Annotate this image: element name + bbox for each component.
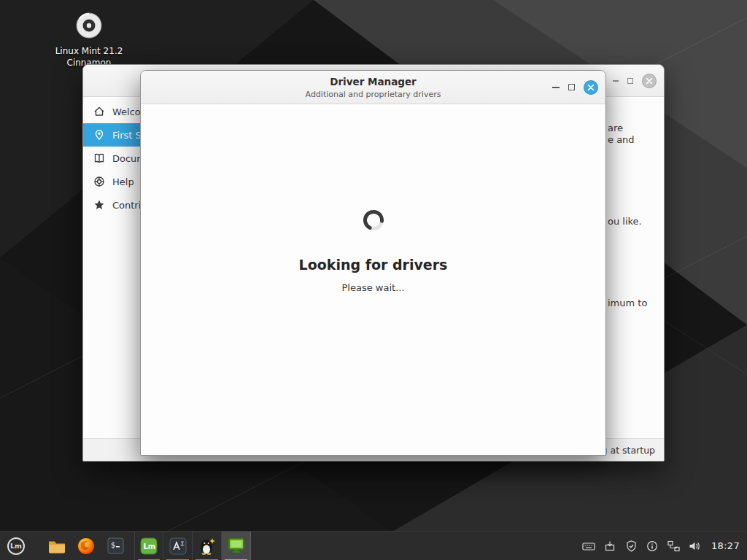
content-text-fragment: e and	[608, 134, 635, 146]
minimize-button[interactable]	[613, 80, 619, 82]
window-subtitle: Additional and proprietary drivers	[199, 90, 547, 99]
software-update-icon[interactable]	[603, 539, 617, 553]
files-launcher[interactable]	[42, 532, 71, 560]
firefox-icon	[77, 537, 95, 555]
close-icon	[587, 84, 595, 91]
window-title: Driver Manager	[199, 76, 547, 88]
character-map-icon	[169, 537, 187, 555]
tux-penguin-icon	[199, 537, 215, 555]
content-text-fragment: imum to	[608, 298, 647, 309]
lifebuoy-icon	[93, 176, 105, 187]
terminal-launcher[interactable]: $	[101, 532, 130, 560]
driver-manager-icon	[228, 537, 245, 554]
content-text-fragment: are	[608, 122, 623, 134]
content-text-fragment: ou like.	[608, 216, 642, 228]
loading-spinner-icon	[362, 209, 385, 235]
status-text: Please wait...	[341, 282, 404, 293]
clock[interactable]: 18:27	[711, 540, 740, 551]
window-button-character-app[interactable]	[163, 532, 193, 560]
home-icon	[93, 106, 105, 117]
driver-titlebar[interactable]: Driver Manager Additional and proprietar…	[141, 71, 605, 104]
status-heading: Looking for drivers	[299, 257, 448, 273]
pin-icon	[93, 129, 105, 141]
book-icon	[93, 152, 105, 164]
volume-icon[interactable]	[687, 539, 702, 553]
close-button[interactable]	[642, 74, 657, 88]
window-button-tux-app[interactable]	[193, 532, 222, 560]
folder-icon	[48, 539, 66, 553]
close-icon	[646, 77, 653, 85]
system-tray: 18:27	[581, 539, 747, 553]
maximize-button[interactable]	[627, 78, 633, 84]
window-list: Lm	[134, 532, 251, 560]
reports-icon[interactable]	[645, 539, 659, 553]
shield-icon[interactable]	[624, 539, 638, 553]
taskbar-panel: Lm	[0, 531, 747, 560]
svg-text:$: $	[111, 541, 115, 549]
desktop-icon-linux-mint-iso[interactable]: Linux Mint 21.2 Cinnamon	[53, 12, 125, 69]
keyboard-layout-icon[interactable]	[581, 539, 596, 553]
mint-menu-button[interactable]: Lm	[0, 532, 32, 560]
svg-text:Lm: Lm	[144, 542, 156, 551]
driver-manager-window: Driver Manager Additional and proprietar…	[140, 70, 606, 456]
minimize-button[interactable]	[552, 87, 560, 88]
network-icon[interactable]	[666, 539, 681, 553]
mint-logo-icon: Lm	[7, 537, 25, 555]
launcher-group: $	[42, 532, 130, 560]
sidebar-item-label: Help	[112, 176, 134, 187]
driver-content: Looking for drivers Please wait...	[141, 104, 605, 455]
firefox-launcher[interactable]	[71, 532, 101, 560]
desktop: Linux Mint 21.2 Cinnamon Welcome	[0, 0, 747, 560]
maximize-button[interactable]	[568, 84, 575, 90]
close-button[interactable]	[584, 80, 598, 95]
mint-welcome-icon: Lm	[140, 537, 158, 555]
window-button-driver-manager[interactable]	[222, 532, 251, 560]
star-icon	[93, 199, 105, 211]
terminal-icon: $	[107, 537, 124, 554]
disc-icon	[75, 28, 103, 42]
window-button-welcome[interactable]: Lm	[134, 532, 163, 560]
